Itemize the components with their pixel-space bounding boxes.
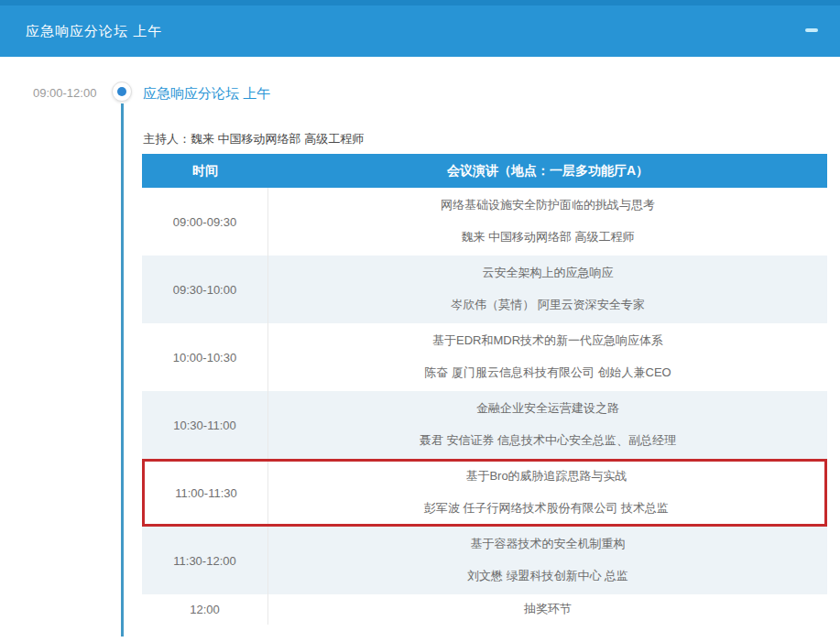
session-speaker: 陈奋 厦门服云信息科技有限公司 创始人兼CEO	[278, 365, 818, 380]
session-time: 09:30-10:00	[142, 256, 268, 323]
session-cell: 云安全架构上的应急响应 岑欣伟（莫情） 阿里云资深安全专家	[268, 256, 827, 323]
session-row: 12:00 抽奖环节	[142, 594, 827, 625]
session-cell: 基于Bro的威胁追踪思路与实战 彭军波 任子行网络技术股份有限公司 技术总监	[268, 462, 824, 524]
session-row: 10:30-11:00 金融企业安全运营建设之路 聂君 安信证券 信息技术中心安…	[142, 391, 827, 459]
session-speaker: 彭军波 任子行网络技术股份有限公司 技术总监	[278, 501, 815, 516]
session-speaker: 岑欣伟（莫情） 阿里云资深安全专家	[278, 298, 818, 312]
session-title: 抽奖环节	[278, 602, 818, 616]
session-time: 12:00	[142, 594, 268, 625]
session-title: 金融企业安全运营建设之路	[278, 401, 818, 416]
session-title: 云安全架构上的应急响应	[278, 266, 818, 280]
session-cell: 金融企业安全运营建设之路 聂君 安信证券 信息技术中心安全总监、副总经理	[268, 391, 827, 459]
session-row: 09:30-10:00 云安全架构上的应急响应 岑欣伟（莫情） 阿里云资深安全专…	[142, 256, 827, 323]
forum-header-title: 应急响应分论坛 上午	[26, 23, 162, 40]
session-cell: 基于EDR和MDR技术的新一代应急响应体系 陈奋 厦门服云信息科技有限公司 创始…	[268, 323, 827, 391]
session-cell: 基于容器技术的安全机制重构 刘文懋 绿盟科技创新中心 总监	[268, 527, 827, 594]
timeline-line	[121, 103, 124, 637]
session-cell: 抽奖环节	[268, 594, 827, 625]
session-title: 网络基础设施安全防护面临的挑战与思考	[278, 198, 818, 212]
dot-icon	[117, 87, 126, 96]
timeline-time-range: 09:00-12:00	[33, 86, 96, 100]
session-table-body: 09:00-09:30 网络基础设施安全防护面临的挑战与思考 魏来 中国移动网络…	[142, 188, 827, 625]
session-time: 11:00-11:30	[145, 462, 268, 524]
collapse-minus-icon[interactable]	[805, 28, 818, 32]
session-row: 11:00-11:30 基于Bro的威胁追踪思路与实战 彭军波 任子行网络技术股…	[142, 459, 827, 527]
session-speaker: 魏来 中国移动网络部 高级工程师	[278, 230, 818, 245]
column-header-time: 时间	[142, 154, 268, 188]
session-title: 基于Bro的威胁追踪思路与实战	[278, 469, 815, 484]
session-table: 时间 会议演讲（地点：一层多功能厅A） 09:00-09:30 网络基础设施安全…	[142, 154, 827, 625]
session-cell: 网络基础设施安全防护面临的挑战与思考 魏来 中国移动网络部 高级工程师	[268, 188, 827, 256]
session-title: 基于容器技术的安全机制重构	[278, 537, 818, 551]
column-header-session: 会议演讲（地点：一层多功能厅A）	[268, 154, 827, 188]
forum-header-bar[interactable]: 应急响应分论坛 上午	[0, 0, 840, 57]
host-line: 主持人：魏来 中国移动网络部 高级工程师	[143, 131, 364, 147]
session-title: 基于EDR和MDR技术的新一代应急响应体系	[278, 333, 818, 348]
timeline-bullet-icon	[112, 82, 132, 102]
section-title: 应急响应分论坛 上午	[143, 85, 270, 103]
session-time: 11:30-12:00	[142, 527, 268, 594]
session-time: 10:00-10:30	[142, 323, 268, 391]
session-table-header: 时间 会议演讲（地点：一层多功能厅A）	[142, 154, 827, 188]
session-row: 10:00-10:30 基于EDR和MDR技术的新一代应急响应体系 陈奋 厦门服…	[142, 323, 827, 391]
session-time: 09:00-09:30	[142, 188, 268, 256]
session-speaker: 刘文懋 绿盟科技创新中心 总监	[278, 569, 818, 583]
session-time: 10:30-11:00	[142, 391, 268, 459]
session-row: 09:00-09:30 网络基础设施安全防护面临的挑战与思考 魏来 中国移动网络…	[142, 188, 827, 256]
session-row: 11:30-12:00 基于容器技术的安全机制重构 刘文懋 绿盟科技创新中心 总…	[142, 527, 827, 594]
session-speaker: 聂君 安信证券 信息技术中心安全总监、副总经理	[278, 433, 818, 448]
